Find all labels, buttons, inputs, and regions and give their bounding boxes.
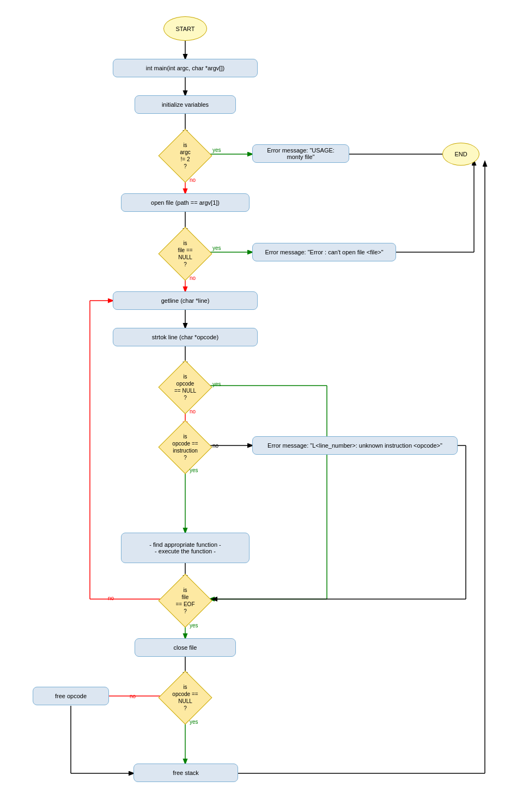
eof-yes-label: yes — [190, 622, 198, 628]
argc-yes-label: yes — [212, 147, 221, 153]
opcode-null2-yes-label: yes — [190, 719, 198, 725]
flowchart: START int main(int argc, char *argv[]) i… — [0, 0, 529, 812]
file-null-yes-label: yes — [212, 245, 221, 251]
main-func-node: int main(int argc, char *argv[]) — [113, 59, 258, 77]
opcode-null-no-label: no — [190, 408, 196, 414]
error-usage-node: Error message: "USAGE: monty file" — [252, 144, 349, 163]
close-file-node: close file — [135, 638, 236, 657]
strtok-node: strtok line (char *opcode) — [113, 328, 258, 346]
is-file-null-diamond: isfile ==NULL? — [165, 233, 206, 274]
is-argc-diamond: isargc!= 2? — [165, 135, 206, 176]
file-null-no-label: no — [190, 275, 196, 281]
argc-no-label: no — [190, 177, 196, 183]
error-unknown-node: Error message: "L<line_number>: unknown … — [252, 436, 458, 455]
opcode-instr-yes-label: yes — [190, 467, 198, 473]
opcode-null2-no-label: no — [130, 693, 136, 699]
error-open-node: Error message: "Error : can't open file … — [252, 243, 396, 261]
end-node: END — [442, 143, 479, 166]
is-opcode-null2-diamond: isopcode ==NULL? — [165, 677, 206, 718]
find-exec-node: - find appropriate function - - execute … — [121, 533, 250, 563]
getline-node: getline (char *line) — [113, 291, 258, 310]
free-stack-node: free stack — [133, 764, 238, 782]
open-file-node: open file (path == argv[1]) — [121, 193, 250, 212]
start-node: START — [163, 16, 207, 41]
is-eof-diamond: isfile== EOF? — [165, 580, 206, 621]
is-opcode-instr-diamond: isopcode ==instruction? — [165, 426, 206, 468]
opcode-null-yes-label: yes — [212, 381, 221, 387]
opcode-instr-no-label: no — [212, 443, 218, 449]
free-opcode-node: free opcode — [33, 687, 109, 705]
is-opcode-null-diamond: isopcode== NULL? — [165, 367, 206, 408]
eof-no-label: no — [108, 595, 114, 601]
init-vars-node: initialize variables — [135, 95, 236, 114]
